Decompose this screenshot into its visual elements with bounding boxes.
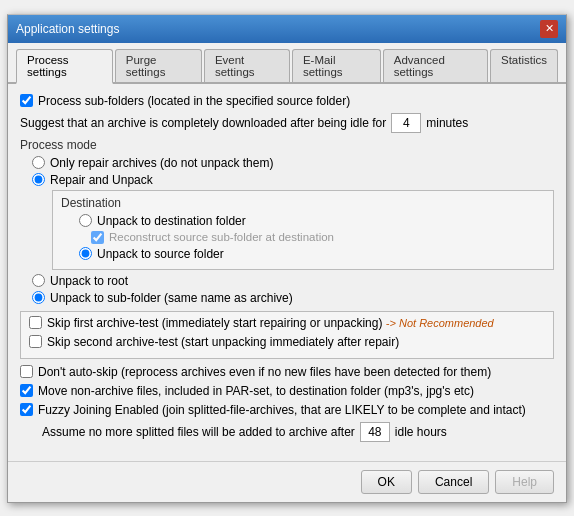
process-subfolders-checkbox[interactable] [20, 94, 33, 107]
dont-autoskip-row: Don't auto-skip (reprocess archives even… [20, 365, 554, 379]
repair-unpack-label: Repair and Unpack [50, 173, 153, 187]
unpack-root-label: Unpack to root [50, 274, 128, 288]
reconstruct-label: Reconstruct source sub-folder at destina… [109, 231, 334, 243]
tab-statistics[interactable]: Statistics [490, 49, 558, 82]
only-repair-radio[interactable] [32, 156, 45, 169]
fuzzy-label: Fuzzy Joining Enabled (join splitted-fil… [38, 403, 526, 417]
tab-content: Process sub-folders (located in the spec… [8, 84, 566, 457]
process-mode-label: Process mode [20, 138, 554, 152]
process-mode-radio-group: Only repair archives (do not unpack them… [20, 156, 554, 305]
process-subfolders-label: Process sub-folders (located in the spec… [38, 94, 350, 108]
unpack-dest-row: Unpack to destination folder [79, 214, 545, 228]
skip-first-suffix: -> Not Recommended [386, 317, 494, 329]
idle-label-after: minutes [426, 116, 468, 130]
skip-second-label: Skip second archive-test (start unpackin… [47, 335, 399, 349]
unpack-source-row: Unpack to source folder [79, 247, 545, 261]
idle-row: Suggest that an archive is completely do… [20, 113, 554, 133]
fuzzy-idle-before: Assume no more splitted files will be ad… [42, 425, 355, 439]
reconstruct-row: Reconstruct source sub-folder at destina… [91, 231, 545, 244]
move-nonarchive-checkbox[interactable] [20, 384, 33, 397]
skip-box: Skip first archive-test (immediately sta… [20, 311, 554, 359]
idle-label-before: Suggest that an archive is completely do… [20, 116, 386, 130]
skip-first-row: Skip first archive-test (immediately sta… [29, 316, 545, 330]
destination-label: Destination [61, 196, 545, 210]
fuzzy-row: Fuzzy Joining Enabled (join splitted-fil… [20, 403, 554, 417]
unpack-dest-label: Unpack to destination folder [97, 214, 246, 228]
skip-first-label: Skip first archive-test (immediately sta… [47, 316, 494, 330]
tab-process-settings[interactable]: Process settings [16, 49, 113, 84]
unpack-source-label: Unpack to source folder [97, 247, 224, 261]
application-window: Application settings ✕ Process settings … [7, 14, 567, 503]
title-bar: Application settings ✕ [8, 15, 566, 43]
help-button[interactable]: Help [495, 470, 554, 494]
idle-minutes-input[interactable] [391, 113, 421, 133]
unpack-source-radio[interactable] [79, 247, 92, 260]
close-button[interactable]: ✕ [540, 20, 558, 38]
move-nonarchive-row: Move non-archive files, included in PAR-… [20, 384, 554, 398]
process-subfolders-row: Process sub-folders (located in the spec… [20, 94, 554, 108]
unpack-subfolder-radio[interactable] [32, 291, 45, 304]
tab-event-settings[interactable]: Event settings [204, 49, 290, 82]
skip-second-checkbox[interactable] [29, 335, 42, 348]
only-repair-label: Only repair archives (do not unpack them… [50, 156, 273, 170]
repair-unpack-radio[interactable] [32, 173, 45, 186]
unpack-dest-radio[interactable] [79, 214, 92, 227]
unpack-subfolder-label: Unpack to sub-folder (same name as archi… [50, 291, 293, 305]
window-title: Application settings [16, 22, 119, 36]
reconstruct-checkbox[interactable] [91, 231, 104, 244]
footer: OK Cancel Help [8, 461, 566, 502]
unpack-subfolder-row: Unpack to sub-folder (same name as archi… [32, 291, 554, 305]
ok-button[interactable]: OK [361, 470, 412, 494]
cancel-button[interactable]: Cancel [418, 470, 489, 494]
move-nonarchive-label: Move non-archive files, included in PAR-… [38, 384, 474, 398]
tab-advanced-settings[interactable]: Advanced settings [383, 49, 488, 82]
fuzzy-checkbox[interactable] [20, 403, 33, 416]
dont-autoskip-label: Don't auto-skip (reprocess archives even… [38, 365, 491, 379]
unpack-root-radio[interactable] [32, 274, 45, 287]
tab-bar: Process settings Purge settings Event se… [8, 43, 566, 84]
fuzzy-idle-row: Assume no more splitted files will be ad… [20, 422, 554, 442]
fuzzy-idle-input[interactable] [360, 422, 390, 442]
unpack-root-row: Unpack to root [32, 274, 554, 288]
repair-unpack-row: Repair and Unpack [32, 173, 554, 187]
tab-email-settings[interactable]: E-Mail settings [292, 49, 381, 82]
fuzzy-idle-after: idle hours [395, 425, 447, 439]
process-mode-section: Process mode Only repair archives (do no… [20, 138, 554, 305]
destination-box: Destination Unpack to destination folder… [52, 190, 554, 270]
tab-purge-settings[interactable]: Purge settings [115, 49, 202, 82]
dont-autoskip-checkbox[interactable] [20, 365, 33, 378]
only-repair-row: Only repair archives (do not unpack them… [32, 156, 554, 170]
skip-first-checkbox[interactable] [29, 316, 42, 329]
skip-second-row: Skip second archive-test (start unpackin… [29, 335, 545, 349]
